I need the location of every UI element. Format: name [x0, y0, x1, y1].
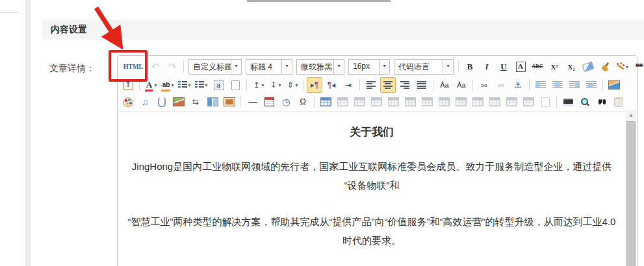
print-button[interactable]: [560, 94, 576, 110]
scrollbar-up-icon[interactable]: ▲: [626, 110, 636, 121]
font-color-icon: A: [144, 80, 153, 90]
split-cells-icon: [506, 97, 517, 106]
image-float-left-icon: [535, 81, 546, 89]
editor-content-area[interactable]: 关于我们 JingHong是国内工业物联网领域的先行者，国家工业互联网标准委员会…: [118, 110, 625, 266]
subscript-button[interactable]: X₂: [563, 59, 579, 75]
scrawl-icon: [123, 97, 133, 107]
unordered-list-button[interactable]: ▾: [194, 77, 209, 93]
rich-text-editor: HTML↶↷自定义标题▾标题 4▾微软雅黑▾16px▾代码语言▾BIUAABCX…: [117, 55, 638, 266]
eraser-button[interactable]: [580, 59, 596, 75]
editor-toolbar: HTML↶↷自定义标题▾标题 4▾微软雅黑▾16px▾代码语言▾BIUAABCX…: [118, 56, 637, 112]
dropdown-arrow-icon[interactable]: ▾: [171, 82, 174, 88]
scrawl-button[interactable]: [120, 94, 136, 110]
superscript-button[interactable]: X²: [547, 59, 562, 75]
blockquote-button[interactable]: ❝❝: [631, 59, 644, 75]
screenshot-icon: [224, 97, 235, 106]
image-inline-button[interactable]: [584, 77, 599, 93]
paragraph-space-bottom-button[interactable]: ↧▾: [267, 77, 283, 93]
align-justify-button[interactable]: [414, 77, 430, 93]
link-button[interactable]: ∞: [476, 77, 492, 93]
format-brush-icon: [600, 62, 610, 71]
anchor-button[interactable]: ⚓: [510, 77, 526, 93]
to-lowercase-button[interactable]: Ǎa: [454, 77, 469, 93]
background-color-button[interactable]: ab▾: [160, 77, 175, 93]
image-center-button[interactable]: [550, 77, 565, 93]
paste-as-text-button[interactable]: T: [120, 77, 136, 93]
dropdown-arrow-icon[interactable]: ▾: [278, 82, 281, 88]
image-float-left-button[interactable]: [533, 77, 548, 93]
attachment-icon: [158, 97, 166, 107]
chevron-down-icon[interactable]: ▾: [333, 60, 344, 74]
hanging-indent-button[interactable]: ¶◂: [324, 77, 339, 93]
insert-music-button[interactable]: ♫: [137, 94, 153, 110]
italic-button[interactable]: I: [479, 59, 495, 75]
dropdown-arrow-icon[interactable]: ▾: [154, 82, 157, 88]
chevron-down-icon[interactable]: ▾: [379, 60, 389, 74]
underline-button[interactable]: U: [496, 59, 511, 75]
editor-scrollbar[interactable]: ▲: [626, 110, 636, 266]
dropdown-arrow-icon[interactable]: ▾: [261, 82, 264, 88]
html-source-button[interactable]: HTML: [120, 59, 146, 75]
split-row-button: [470, 94, 485, 110]
eraser-icon: [582, 62, 595, 72]
blank-doc-button[interactable]: [227, 77, 243, 93]
insert-image-button[interactable]: [606, 77, 622, 93]
align-right-button[interactable]: [397, 77, 413, 93]
special-char-button[interactable]: Ω: [295, 94, 311, 110]
insert-date-button[interactable]: [261, 94, 277, 110]
page-break-button[interactable]: ⇆: [188, 94, 203, 110]
scrollbar-thumb[interactable]: [626, 121, 636, 266]
format-brush-button[interactable]: [597, 59, 613, 75]
redo-icon: ↷: [168, 62, 177, 72]
indent-button[interactable]: ⇥: [341, 77, 356, 93]
subscript-icon: X₂: [567, 62, 576, 72]
line-height-button[interactable]: ⇕▾: [284, 77, 300, 93]
paragraph-style-select[interactable]: 自定义标题▾: [188, 59, 242, 75]
align-center-button[interactable]: [380, 77, 396, 93]
image-float-right-button[interactable]: [567, 77, 582, 93]
ordered-list-button[interactable]: ▾: [177, 77, 192, 93]
font-size-select[interactable]: 16px▾: [348, 59, 390, 75]
insert-time-button[interactable]: ◷: [278, 94, 294, 110]
chevron-down-icon[interactable]: ▾: [231, 60, 241, 74]
horizontal-rule-button[interactable]: —: [244, 94, 260, 110]
screenshot-button[interactable]: [222, 94, 237, 110]
undo-icon: ↶: [151, 62, 160, 72]
chevron-down-icon[interactable]: ▾: [281, 60, 292, 74]
content-paragraph: JingHong是国内工业物联网领域的先行者，国家工业互联网标准委员会成员。致力…: [127, 157, 616, 195]
insert-time-icon: ◷: [281, 97, 290, 107]
font-border-button[interactable]: A: [513, 59, 528, 75]
italic-icon: I: [482, 62, 491, 72]
dropdown-arrow-icon[interactable]: ▾: [188, 82, 190, 88]
dropdown-arrow-icon[interactable]: ▾: [205, 82, 207, 88]
preview-button[interactable]: [577, 94, 593, 110]
paragraph-space-top-button[interactable]: ↥▾: [250, 77, 266, 93]
toolbar-separator: [458, 61, 459, 73]
align-left-icon: [367, 81, 376, 89]
find-replace-button[interactable]: [594, 94, 610, 110]
heading-select[interactable]: 标题 4▾: [246, 59, 292, 75]
dropdown-arrow-icon[interactable]: ▾: [626, 64, 628, 70]
quick-format-button[interactable]: ▾: [614, 59, 630, 75]
font-family-select[interactable]: 微软雅黑▾: [296, 59, 344, 75]
auto-typeset-button[interactable]: a: [211, 77, 226, 93]
insert-iframe-button[interactable]: [205, 94, 220, 110]
attachment-button[interactable]: [154, 94, 170, 110]
bold-button[interactable]: B: [462, 59, 478, 75]
article-detail-label: 文章详情：: [49, 63, 95, 75]
paste-icon: [614, 97, 623, 107]
code-language-select[interactable]: 代码语言▾: [394, 59, 454, 75]
font-color-button[interactable]: A▾: [143, 77, 159, 93]
insert-image-icon: [608, 80, 620, 90]
insert-table-button[interactable]: [318, 94, 333, 110]
first-line-indent-button[interactable]: ▸¶: [307, 77, 322, 93]
strikethrough-button[interactable]: ABC: [530, 59, 545, 75]
dropdown-arrow-icon[interactable]: ▾: [295, 82, 298, 88]
section-title: 内容设置: [42, 24, 87, 36]
chevron-down-icon[interactable]: ▾: [443, 60, 453, 74]
insert-picture-button[interactable]: [171, 94, 187, 110]
insert-col-button: [402, 94, 418, 110]
blockquote-icon: ❝❝: [634, 62, 643, 72]
to-uppercase-button[interactable]: Âa: [437, 77, 452, 93]
align-left-button[interactable]: [363, 77, 379, 93]
